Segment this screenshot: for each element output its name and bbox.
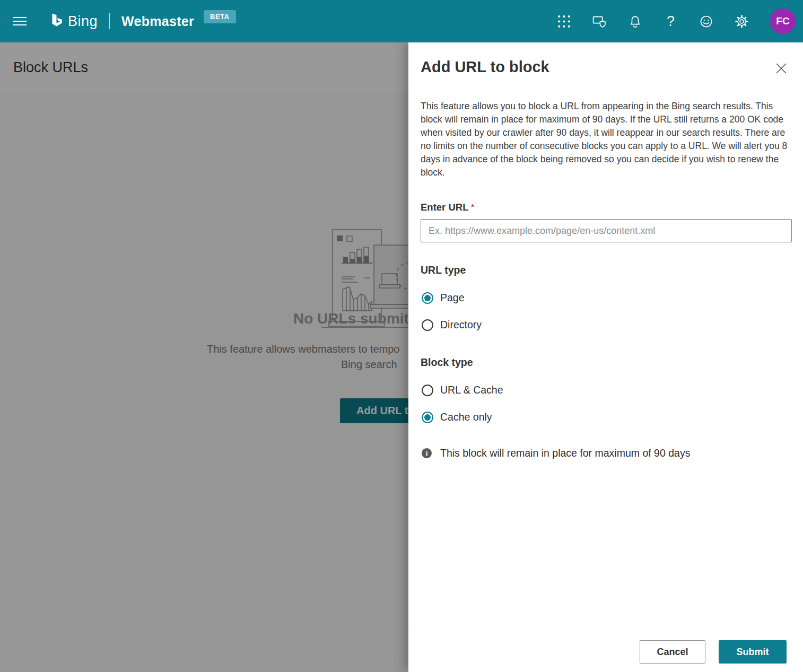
radio-label: Cache only [440, 411, 492, 423]
settings-gear-icon[interactable] [735, 14, 749, 29]
submit-button[interactable]: Submit [719, 640, 787, 664]
bing-logo-icon [50, 13, 64, 30]
drawer-footer: Cancel Submit [408, 625, 803, 672]
radio-button[interactable] [422, 412, 433, 423]
apps-grid-icon[interactable] [557, 14, 571, 29]
question-mark-glyph: ? [667, 14, 675, 29]
notifications-bell-icon[interactable] [628, 14, 642, 29]
radio-option-page[interactable]: Page [422, 292, 465, 304]
radio-label: Page [440, 292, 465, 304]
radio-label: Directory [440, 319, 482, 331]
block-type-label: Block type [421, 356, 473, 369]
webmaster-wordmark: Webmaster [121, 14, 194, 29]
required-asterisk: * [470, 202, 474, 213]
radio-option-directory[interactable]: Directory [422, 319, 482, 331]
info-note-text: This block will remain in place for maxi… [440, 447, 690, 459]
top-navigation-bar: Bing Webmaster BETA [0, 0, 803, 42]
close-icon[interactable] [774, 62, 788, 75]
user-avatar[interactable]: FC [770, 8, 796, 34]
info-icon: i [422, 448, 432, 458]
feedback-smiley-icon[interactable] [699, 14, 713, 29]
enter-url-label-text: Enter URL [421, 202, 468, 213]
cancel-button[interactable]: Cancel [640, 640, 705, 664]
drawer-title: Add URL to block [421, 58, 549, 76]
radio-option-url-and-cache[interactable]: URL & Cache [422, 384, 503, 396]
radio-button[interactable] [422, 292, 433, 304]
app-window: Bing Webmaster BETA [0, 0, 803, 672]
add-url-to-block-drawer: Add URL to block This feature allows you… [408, 42, 803, 672]
brand-divider [109, 13, 110, 29]
radio-option-cache-only[interactable]: Cache only [422, 411, 492, 423]
help-icon[interactable]: ? [664, 14, 678, 29]
bing-wordmark: Bing [68, 13, 98, 30]
topbar-actions: ? [557, 8, 803, 34]
enter-url-label: Enter URL* [421, 202, 475, 213]
url-input[interactable] [421, 219, 792, 242]
radio-button[interactable] [422, 319, 433, 331]
url-type-label: URL type [421, 264, 466, 276]
hamburger-menu-icon[interactable] [13, 14, 27, 28]
radio-label: URL & Cache [440, 384, 503, 396]
drawer-description: This feature allows you to block a URL f… [421, 100, 792, 179]
beta-badge: BETA [204, 10, 235, 23]
radio-button[interactable] [422, 385, 433, 396]
site-scan-shield-icon[interactable] [592, 14, 607, 29]
bing-webmaster-brand[interactable]: Bing Webmaster BETA [50, 13, 236, 30]
info-note-row: i This block will remain in place for ma… [422, 447, 690, 459]
